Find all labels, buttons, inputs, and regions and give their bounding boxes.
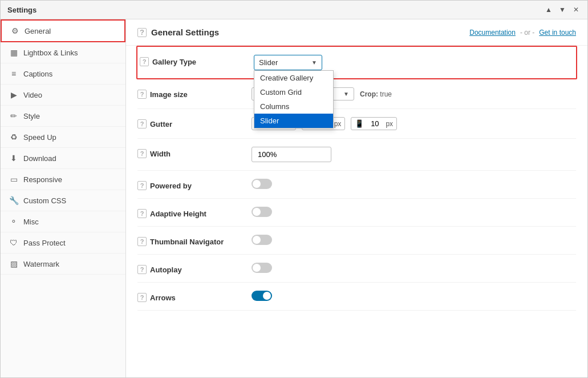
gallery-type-option-customgrid[interactable]: Custom Grid (254, 85, 333, 99)
thumbnail-navigator-control (252, 235, 576, 245)
sidebar-item-misc[interactable]: ⚬ Misc (1, 211, 125, 232)
thumbnail-navigator-help-icon[interactable]: ? (137, 237, 147, 246)
style-icon: ✏ (9, 111, 19, 120)
thumbnail-navigator-thumb (253, 236, 261, 244)
arrows-label-text: Arrows (150, 293, 176, 302)
autoplay-label-text: Autoplay (150, 266, 182, 274)
gallery-type-option-creative[interactable]: Creative Gallery (254, 71, 333, 85)
content-area: ? General Settings Documentation - or - … (126, 19, 587, 377)
adaptive-height-toggle[interactable] (252, 207, 272, 217)
gallery-type-dropdown-wrapper: Slider ▼ Creative Gallery Custom Grid Co… (254, 55, 322, 70)
gallery-type-selected: Slider (259, 58, 278, 67)
autoplay-help-icon[interactable]: ? (137, 265, 147, 274)
thumbnail-navigator-toggle[interactable] (252, 235, 272, 245)
arrows-track[interactable] (252, 291, 272, 301)
responsive-icon: ▭ (9, 175, 19, 184)
image-size-label-text: Image size (150, 90, 188, 99)
sidebar-label-misc: Misc (23, 218, 39, 226)
powered-by-toggle[interactable] (252, 179, 272, 189)
sidebar-item-captions[interactable]: ≡ Captions (1, 63, 125, 85)
gutter-mobile-unit: px (386, 120, 393, 128)
minimize-button[interactable]: ▲ (544, 5, 553, 14)
gallery-type-row: ? Gallery Type Slider ▼ Creative (136, 46, 577, 79)
powered-by-label-text: Powered by (150, 182, 192, 190)
content-header-left: ? General Settings (137, 27, 219, 37)
arrows-thumb (263, 292, 271, 300)
title-bar-title: Settings (7, 6, 37, 14)
sidebar-item-style[interactable]: ✏ Style (1, 106, 125, 127)
arrows-toggle[interactable] (252, 291, 272, 301)
thumbnail-navigator-label: ? Thumbnail Navigator (137, 235, 252, 246)
powered-by-thumb (253, 180, 261, 188)
gutter-label: ? Gutter (137, 117, 252, 128)
mobile-icon: 📱 (355, 119, 364, 128)
gear-icon: ⚙ (10, 26, 20, 35)
download-icon: ⬇ (9, 154, 19, 163)
captions-icon: ≡ (9, 69, 19, 78)
speedup-icon: ♻ (9, 132, 19, 142)
sidebar-item-speedup[interactable]: ♻ Speed Up (1, 127, 125, 148)
adaptive-height-control (252, 207, 576, 217)
dropdown-chevron-icon: ▼ (311, 59, 317, 66)
title-bar-controls: ▲ ▼ ✕ (544, 5, 581, 14)
width-label-text: Width (150, 150, 171, 158)
gutter-tablet-unit: px (334, 120, 342, 128)
contact-link[interactable]: Get in touch (539, 29, 576, 37)
thumbnail-navigator-label-text: Thumbnail Navigator (150, 238, 224, 246)
sidebar-label-lightbox: Lightbox & Links (23, 49, 78, 57)
crop-badge: Crop: true (360, 90, 392, 98)
image-size-row: ? Image size ▼ Crop: true (137, 79, 576, 109)
gallery-type-option-columns[interactable]: Columns (254, 99, 333, 114)
width-label: ? Width (137, 147, 252, 158)
gutter-help-icon[interactable]: ? (137, 119, 147, 128)
sidebar-label-customcss: Custom CSS (23, 196, 66, 205)
video-icon: ▶ (9, 90, 19, 99)
gallery-type-option-slider[interactable]: Slider (254, 114, 333, 128)
restore-button[interactable]: ▼ (558, 5, 567, 14)
gutter-mobile-input[interactable] (366, 119, 383, 128)
thumbnail-navigator-row: ? Thumbnail Navigator (137, 227, 576, 255)
thumbnail-navigator-track[interactable] (252, 235, 272, 245)
sidebar-item-lightbox[interactable]: ▦ Lightbox & Links (1, 42, 125, 63)
separator: - or - (520, 29, 534, 37)
powered-by-track[interactable] (252, 179, 272, 189)
adaptive-height-label: ? Adaptive Height (137, 207, 252, 218)
documentation-link[interactable]: Documentation (469, 29, 516, 37)
autoplay-toggle[interactable] (252, 263, 272, 273)
content-header-right: Documentation - or - Get in touch (469, 29, 576, 37)
arrows-row: ? Arrows (137, 283, 576, 311)
autoplay-row: ? Autoplay (137, 255, 576, 283)
adaptive-height-thumb (253, 208, 261, 216)
app-container: Settings ▲ ▼ ✕ ⚙ General ▦ Lightbox & Li… (0, 0, 588, 378)
width-input[interactable] (252, 147, 331, 162)
autoplay-track[interactable] (252, 263, 272, 273)
width-help-icon[interactable]: ? (137, 149, 147, 158)
sidebar: ⚙ General ▦ Lightbox & Links ≡ Captions … (1, 19, 126, 377)
main-layout: ⚙ General ▦ Lightbox & Links ≡ Captions … (1, 19, 587, 377)
adaptive-height-help-icon[interactable]: ? (137, 209, 147, 218)
gallery-type-dropdown[interactable]: Slider ▼ (254, 55, 322, 70)
close-button[interactable]: ✕ (571, 5, 581, 14)
sidebar-item-video[interactable]: ▶ Video (1, 85, 125, 106)
gallery-type-help-icon[interactable]: ? (140, 57, 149, 66)
sidebar-label-download: Download (23, 154, 56, 163)
image-size-chevron-icon: ▼ (343, 91, 349, 97)
sidebar-item-general[interactable]: ⚙ General (1, 19, 125, 42)
sidebar-item-watermark[interactable]: ▨ Watermark (1, 254, 125, 275)
sidebar-item-responsive[interactable]: ▭ Responsive (1, 169, 125, 190)
image-size-help-icon[interactable]: ? (137, 90, 147, 99)
powered-by-row: ? Powered by (137, 171, 576, 199)
title-bar: Settings ▲ ▼ ✕ (1, 1, 587, 19)
gallery-type-label-text: Gallery Type (152, 58, 196, 66)
powered-by-help-icon[interactable]: ? (137, 181, 147, 190)
powered-by-label: ? Powered by (137, 179, 252, 190)
arrows-control (252, 291, 576, 301)
sidebar-label-style: Style (23, 112, 40, 120)
sidebar-item-download[interactable]: ⬇ Download (1, 148, 125, 169)
sidebar-label-responsive: Responsive (23, 175, 62, 184)
arrows-help-icon[interactable]: ? (137, 293, 147, 302)
sidebar-item-passprotect[interactable]: 🛡 Pass Protect (1, 232, 125, 254)
sidebar-label-passprotect: Pass Protect (23, 239, 66, 247)
adaptive-height-track[interactable] (252, 207, 272, 217)
sidebar-item-customcss[interactable]: 🔧 Custom CSS (1, 190, 125, 211)
